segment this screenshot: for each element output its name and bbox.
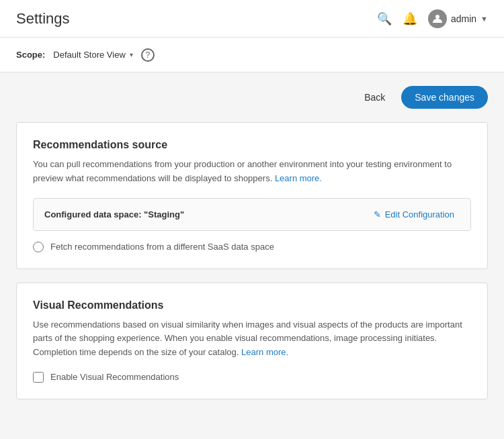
search-icon[interactable]: 🔍 [377,11,392,26]
edit-configuration-button[interactable]: ✎ Edit Configuration [368,207,460,222]
svg-point-0 [435,15,439,19]
config-row: Configured data space: "Staging" ✎ Edit … [33,198,471,231]
recommendations-learn-more-link[interactable]: Learn more. [275,173,322,183]
fetch-saas-radio[interactable] [33,242,44,252]
page-title: Settings [16,10,70,28]
avatar [428,9,447,28]
fetch-different-saas-row: Fetch recommendations from a different S… [33,242,471,252]
pencil-icon: ✎ [374,209,381,220]
config-row-label: Configured data space: "Staging" [44,209,184,220]
header-actions: 🔍 🔔 admin ▼ [377,9,488,28]
scope-value: Default Store View [53,50,125,60]
enable-visual-label[interactable]: Enable Visual Recommendations [50,372,179,382]
visual-recommendations-title: Visual Recommendations [33,299,471,311]
enable-visual-row: Enable Visual Recommendations [33,372,471,383]
recommendations-title: Recommendations source [33,139,471,151]
main-content: Back Save changes Recommendations source… [0,72,504,426]
scope-label: Scope: [16,50,45,60]
edit-configuration-label: Edit Configuration [385,209,454,220]
scope-bar: Scope: Default Store View ▾ ? [0,38,504,72]
scope-chevron-icon: ▾ [130,51,133,58]
back-button[interactable]: Back [356,87,393,108]
save-button[interactable]: Save changes [401,86,488,109]
fetch-saas-label[interactable]: Fetch recommendations from a different S… [50,242,274,252]
action-bar: Back Save changes [16,86,488,109]
scope-select[interactable]: Default Store View ▾ [53,50,132,60]
enable-visual-checkbox[interactable] [33,372,44,383]
header: Settings 🔍 🔔 admin ▼ [0,0,504,38]
recommendations-card: Recommendations source You can pull reco… [16,122,488,269]
bell-icon[interactable]: 🔔 [403,11,417,26]
recommendations-description: You can pull recommendations from your p… [33,158,471,186]
help-icon[interactable]: ? [141,48,155,62]
visual-learn-more-link[interactable]: Learn more. [241,347,288,357]
user-name: admin [451,13,476,24]
user-menu[interactable]: admin ▼ [428,9,488,28]
chevron-down-icon: ▼ [480,15,488,23]
visual-recommendations-card: Visual Recommendations Use recommendatio… [16,283,488,399]
visual-recommendations-description: Use recommendations based on visual simi… [33,318,471,360]
